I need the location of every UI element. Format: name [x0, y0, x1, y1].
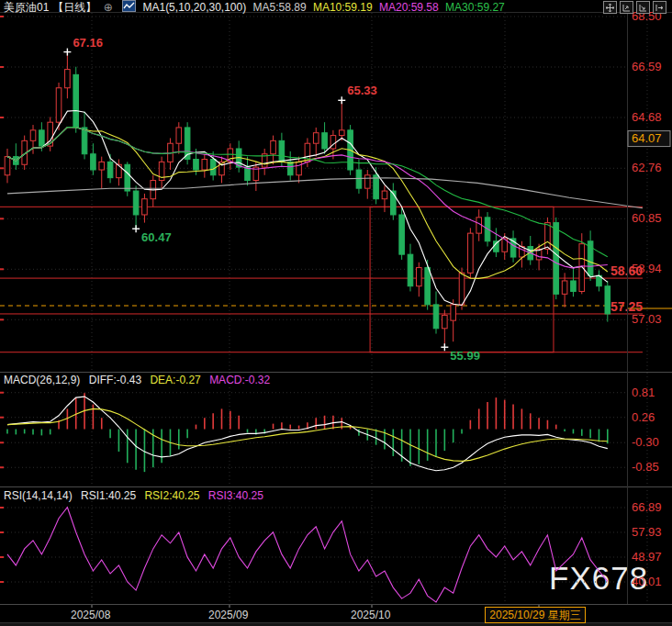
ma10-value: MA10:59.19 [313, 1, 373, 14]
extreme-label: 55.99 [450, 349, 480, 363]
candle [236, 140, 241, 173]
candle [5, 149, 10, 183]
extreme-label: 60.47 [141, 230, 172, 244]
macd-name[interactable]: MACD(26,12,9) [4, 374, 80, 386]
y-axis-label: 0.26 [632, 410, 655, 424]
candle [202, 154, 207, 178]
candle [605, 281, 610, 322]
y-axis-label: 66.89 [632, 500, 662, 514]
candle [176, 122, 182, 154]
rsi-name[interactable]: RSI(14,14,14) [4, 489, 73, 502]
axis-zoom-left-icon[interactable] [620, 1, 633, 14]
macd-dea-value: DEA:-0.27 [150, 374, 200, 386]
candle [245, 157, 251, 186]
extreme-marker [63, 49, 71, 56]
y-axis-label: -0.30 [632, 435, 659, 449]
panel-separators [0, 13, 672, 609]
rsi1-value: RSI1:40.25 [81, 489, 136, 502]
y-axis-label: 62.76 [632, 161, 662, 174]
candle [228, 143, 233, 170]
candle [125, 162, 130, 196]
candle [451, 299, 456, 341]
candle [322, 122, 328, 154]
candle [117, 159, 122, 185]
month-label-oct: 2025/10 [351, 609, 390, 621]
chart-canvas[interactable]: 67.1665.3360.4755.9958.6057.2568.5066.59… [0, 0, 672, 626]
candle [382, 185, 387, 212]
candle [520, 241, 525, 268]
y-axis-label: 66.59 [632, 60, 662, 73]
boxed-price-text: 64.07 [632, 131, 662, 145]
candle [297, 157, 302, 184]
macd-macd-value: MACD:-0.32 [209, 374, 270, 386]
y-axis-label: 40.01 [632, 575, 662, 588]
candle [391, 183, 397, 219]
circle-plus-icon[interactable]: ⊕ [104, 1, 113, 14]
extreme-marker [132, 225, 140, 232]
candle [48, 117, 53, 151]
month-label-aug: 2025/08 [71, 609, 110, 621]
candle [82, 112, 87, 160]
rsi2-value: RSI2:40.25 [144, 489, 199, 502]
candle [468, 228, 474, 278]
extreme-label: 65.33 [347, 84, 377, 97]
rsi-header: RSI(14,14,14) RSI1:40.25 RSI2:40.25 RSI3… [4, 489, 269, 502]
y-axis-label: 58.94 [632, 262, 662, 275]
candle [185, 122, 190, 164]
chart-style-icon[interactable] [122, 0, 136, 12]
candle [476, 209, 482, 241]
ma5-value: MA5:58.89 [253, 1, 307, 14]
ma20-value: MA20:59.58 [379, 1, 439, 14]
ma100-line [7, 178, 643, 208]
candle [442, 310, 448, 348]
macd-diff-line [7, 397, 608, 471]
axis-zoom-right-icon[interactable] [636, 1, 650, 14]
candle [271, 136, 276, 165]
candle [253, 162, 259, 191]
y-axis-label: 60.85 [632, 211, 662, 225]
candle [91, 143, 96, 175]
current-date-label: 2025/10/29 星期三 [485, 607, 586, 623]
extreme-marker [338, 96, 345, 104]
grid [0, 13, 647, 604]
candle [73, 67, 79, 133]
macd-header: MACD(26,12,9) DIFF:-0.43 DEA:-0.27 MACD:… [4, 374, 275, 386]
extreme-marker [441, 343, 448, 351]
shift-right-icon[interactable] [653, 1, 666, 14]
candle [313, 128, 319, 157]
instrument-title: 美原油01 [4, 1, 49, 14]
candle [287, 151, 293, 181]
candle [588, 230, 593, 281]
candle [417, 263, 422, 296]
pan-crosshair-icon[interactable] [603, 1, 617, 14]
candle [142, 194, 148, 223]
candle [65, 52, 71, 99]
candle [133, 185, 139, 229]
ma30-value: MA30:59.27 [445, 1, 505, 14]
indicator-label[interactable]: MA1(5,10,20,30,100) [142, 1, 246, 14]
candle [99, 157, 105, 189]
extreme-label: 67.16 [73, 36, 103, 50]
rsi-line [7, 508, 608, 602]
candle [571, 268, 577, 297]
chart-toolbar [603, 1, 666, 14]
month-label-sep: 2025/09 [208, 609, 248, 621]
y-axis-label: 0.81 [632, 386, 655, 399]
candle [433, 291, 439, 333]
period-tag: 【日线】 [52, 1, 96, 14]
candle [168, 138, 174, 170]
macd-diff-value: DIFF:-0.43 [89, 374, 141, 386]
rsi3-value: RSI3:40.25 [208, 489, 263, 502]
candle [597, 270, 602, 291]
candle [159, 157, 164, 189]
candle [425, 260, 431, 310]
chart-header: 美原油01【日线】 ⊕ MA1(5,10,20,30,100) MA5:58.8… [4, 0, 509, 13]
y-axis-label: -0.85 [632, 460, 659, 474]
macd-histogram [7, 393, 608, 472]
candle [151, 175, 156, 207]
trading-app-window: 美原油01【日线】 ⊕ MA1(5,10,20,30,100) MA5:58.8… [0, 0, 672, 626]
y-axis-label: 57.93 [632, 525, 662, 539]
candle [364, 170, 370, 199]
candle [219, 157, 225, 184]
y-axis-label: 48.97 [632, 550, 662, 564]
